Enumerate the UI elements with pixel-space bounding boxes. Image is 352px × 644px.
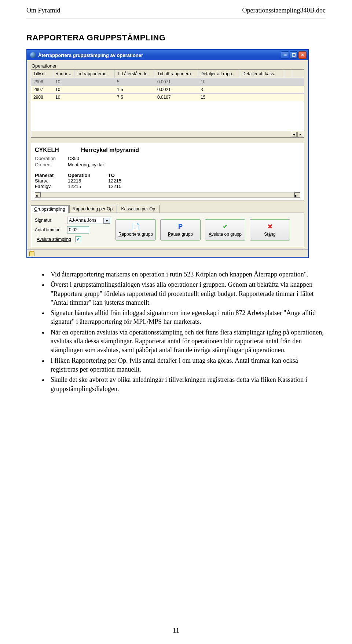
opben-value: Montering, cyklar (68, 162, 300, 167)
close-icon: ✖ (267, 223, 273, 231)
page-footer: 11 (26, 623, 326, 634)
col-detaljer-rapp[interactable]: Detaljer att rapp. (198, 70, 240, 78)
scroll-left-icon[interactable]: ◂ (35, 192, 41, 198)
avsluta-stampling-checkbox[interactable]: ✔ (75, 236, 81, 242)
tabstrip: Gruppstämpling Rapportering per Op. Kass… (31, 205, 304, 213)
col-tid-aterstaende[interactable]: Tid återstående (115, 70, 155, 78)
fardigv-operation: 12215 (68, 184, 108, 189)
grid-row[interactable]: 2907 10 1.5 0.0021 3 (31, 86, 304, 94)
tab-panel-gruppstampling: Signatur: AJ-Anna Jöns Antal timmar: 0.0… (31, 213, 304, 247)
startv-operation: 12215 (68, 178, 108, 184)
tab-kassation[interactable]: Kassation per Op. (118, 205, 160, 213)
header-left: Om Pyramid (26, 7, 60, 14)
startv-to: 12215 (108, 178, 138, 184)
col-radnr[interactable]: Radnr▲ (53, 70, 74, 78)
detail-name: Herrcykel m/pyramid (81, 147, 139, 153)
grid-row[interactable]: 2906 10 5 0.0071 10 (31, 78, 304, 86)
footer-rule (26, 623, 326, 623)
stang-button[interactable]: ✖ Stäng (250, 219, 290, 240)
col-operation: Operation (68, 173, 108, 178)
detail-code: CYKELH (35, 147, 59, 153)
check-icon: ✔ (223, 223, 228, 231)
window-title: Återrapportera gruppstämpling av operati… (38, 53, 143, 58)
statusbar (27, 249, 308, 257)
fardigv-to: 12215 (108, 184, 138, 189)
opben-label: Op.ben. (35, 162, 68, 167)
section-heading: RAPPORTERA GRUPPSTÄMPLING (26, 33, 326, 43)
antal-timmar-input[interactable]: 0.02 (67, 226, 89, 234)
maximize-button[interactable]: ☐ (290, 51, 298, 59)
fardigv-label: Färdigv. (35, 184, 68, 189)
grid-hscroll: ◂ ▸ (31, 131, 304, 137)
col-tillvnr[interactable]: Tillv.nr (31, 70, 53, 78)
rapportera-grupp-button[interactable]: 📄 Rapportera grupp (115, 219, 156, 240)
operations-groupbox-label: Operationer (31, 63, 304, 69)
antal-timmar-label: Antal timmar: (35, 227, 65, 232)
col-tid-att-rapportera[interactable]: Tid att rapportera (155, 70, 198, 78)
scroll-left-icon[interactable]: ◂ (291, 132, 297, 137)
body-text: Vid återrapportering markeras en operati… (26, 270, 326, 393)
col-scroll-spacer (284, 70, 292, 78)
bullet-item: När en operation avslutas via operations… (48, 328, 326, 355)
grid-header: Tillv.nr Radnr▲ Tid rapporterad Tid åter… (31, 70, 304, 78)
header-rule (26, 18, 326, 18)
bullet-item: Vid återrapportering markeras en operati… (48, 270, 326, 279)
col-planerat: Planerat (35, 173, 68, 178)
detail-hscroll[interactable]: ◂ ▸ (35, 192, 300, 198)
avsluta-op-grupp-button[interactable]: ✔ Avsluta op grupp (205, 219, 245, 240)
report-icon: 📄 (132, 223, 140, 231)
bullet-item: Överst i gruppstämplingsdialogen visas a… (48, 280, 326, 307)
sort-asc-icon: ▲ (68, 72, 72, 76)
bullet-item: Signatur hämtas alltid från inloggad sig… (48, 308, 326, 326)
bullet-item: I fliken Rapportering per Op. fylls anta… (48, 356, 326, 374)
operation-value: C850 (68, 156, 108, 161)
grid-empty-area (31, 101, 304, 131)
tab-rapportering[interactable]: Rapportering per Op. (69, 205, 117, 213)
bullet-item: Skulle det ske avbrott av olika anlednin… (48, 375, 326, 393)
pausa-grupp-button[interactable]: P Pausa grupp (160, 219, 201, 240)
header-right: Operationsstaempling340B.doc (242, 7, 326, 14)
signatur-label: Signatur: (35, 218, 65, 223)
pause-icon: P (178, 223, 183, 231)
close-button[interactable]: ✕ (298, 51, 307, 59)
scroll-right-icon[interactable]: ▸ (294, 192, 300, 198)
lock-icon (29, 251, 34, 256)
detail-panel: CYKELH Herrcykel m/pyramid Operation C85… (31, 143, 304, 200)
grid-row[interactable]: 2908 10 7.5 0.0107 15 (31, 94, 304, 101)
scroll-right-icon[interactable]: ▸ (297, 132, 303, 137)
col-to: TO (108, 173, 138, 178)
operation-label: Operation (35, 156, 68, 161)
app-icon (30, 52, 36, 58)
signatur-combobox[interactable]: AJ-Anna Jöns (67, 217, 111, 224)
tab-gruppstampling[interactable]: Gruppstämpling (31, 205, 69, 213)
avsluta-stampling-link[interactable]: Avsluta stämpling (35, 236, 73, 243)
startv-label: Startv. (35, 178, 68, 184)
minimize-button[interactable]: ━ (281, 51, 289, 59)
titlebar: Återrapportera gruppstämpling av operati… (27, 50, 308, 60)
page-header: Om Pyramid Operationsstaempling340B.doc (0, 0, 352, 17)
col-tid-rapporterad[interactable]: Tid rapporterad (74, 70, 115, 78)
page-number: 11 (173, 627, 179, 634)
dialog-window: Återrapportera gruppstämpling av operati… (26, 49, 309, 258)
operations-grid[interactable]: Tillv.nr Radnr▲ Tid rapporterad Tid åter… (31, 69, 304, 138)
col-detaljer-kass[interactable]: Detaljer att kass. (240, 70, 284, 78)
